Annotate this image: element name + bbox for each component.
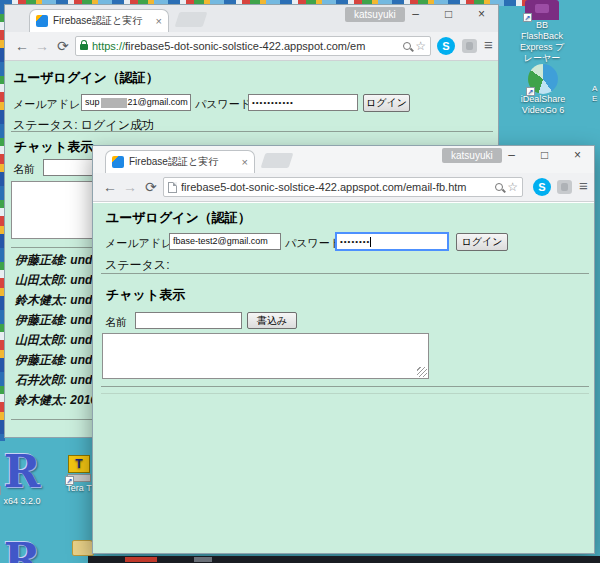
tab-close-icon[interactable]: ×: [156, 16, 162, 26]
address-bar[interactable]: https://firebase5-dot-sonic-solstice-422…: [75, 36, 431, 56]
firebase-favicon-icon: [112, 156, 124, 168]
tab-title: Firebase認証と実行: [129, 155, 237, 169]
profile-badge[interactable]: katsuyuki: [345, 7, 405, 22]
back-icon[interactable]: ←: [15, 37, 29, 55]
extension-icon[interactable]: [557, 180, 572, 194]
name-label: 名前: [105, 315, 127, 330]
resize-grip[interactable]: [417, 367, 427, 377]
status-text: ステータス:: [105, 257, 169, 274]
bookmark-star-icon[interactable]: ☆: [415, 40, 426, 52]
shortcut-arrow-icon: ↗: [0, 486, 1, 495]
url-scheme: https://: [92, 40, 125, 52]
shortcut-arrow-icon: ↗: [523, 13, 532, 22]
password-label: パスワード: [195, 97, 251, 112]
reload-icon[interactable]: ⟳: [57, 37, 69, 55]
email-label: メールアドレス: [13, 97, 92, 112]
divider: [101, 393, 589, 394]
taskbar-fragment: [194, 557, 212, 562]
page-icon: [168, 182, 177, 193]
skype-icon[interactable]: S: [437, 37, 455, 55]
email-field[interactable]: sup21@gmail.com: [81, 94, 191, 111]
icon-label: VideoGo 6: [517, 105, 569, 116]
close-icon[interactable]: ×: [465, 5, 498, 25]
web-page: ユーザログイン（認証） メールアドレス fbase-test2@gmail.co…: [93, 203, 594, 553]
idealshare-icon: ↗: [528, 64, 558, 94]
login-button[interactable]: ログイン: [363, 94, 410, 112]
password-field[interactable]: ••••••••: [335, 232, 449, 251]
url-text: https://firebase5-dot-sonic-solstice-422…: [92, 40, 399, 52]
desktop-icon-idealshare[interactable]: ↗ iDealShare VideoGo 6: [517, 64, 569, 116]
redacted-text: [101, 98, 127, 108]
reload-icon[interactable]: ⟳: [145, 178, 157, 196]
email-field[interactable]: fbase-test2@gmail.com: [169, 233, 281, 250]
zoom-icon[interactable]: [403, 42, 411, 50]
maximize-icon[interactable]: □: [528, 146, 561, 166]
divider: [101, 386, 589, 387]
address-bar[interactable]: firebase5-dot-sonic-solstice-422.appspot…: [163, 177, 523, 197]
https-padlock-icon: [80, 44, 88, 50]
desktop-icon-bbflashback[interactable]: ↗ BB FlashBack Express プレーヤー: [517, 0, 567, 64]
forward-icon[interactable]: →: [35, 37, 49, 55]
minimize-icon[interactable]: –: [399, 5, 432, 25]
chat-heading: チャット表示: [14, 138, 93, 156]
maximize-icon[interactable]: □: [432, 5, 465, 25]
new-tab-button[interactable]: [261, 153, 294, 168]
profile-badge[interactable]: katsuyuki: [442, 148, 502, 163]
menu-icon[interactable]: ≡: [484, 36, 493, 53]
taskbar-sliver[interactable]: [88, 556, 600, 563]
title-bar: Firebase認証と実行 × katsuyuki – □ ×: [5, 5, 498, 32]
bbflashback-icon: ↗: [525, 0, 559, 20]
name-field[interactable]: [135, 312, 242, 329]
divider: [101, 273, 589, 274]
back-icon[interactable]: ←: [103, 178, 117, 196]
icon-label: Express プレーヤー: [517, 42, 567, 64]
new-tab-button[interactable]: [175, 12, 208, 27]
desktop-icon-teraterm[interactable]: T ↗ Tera T: [62, 455, 96, 494]
login-button[interactable]: ログイン: [456, 233, 508, 251]
desktop: ↗ BB FlashBack Express プレーヤー A E ↗ iDeal…: [0, 0, 600, 563]
minimize-icon[interactable]: –: [495, 146, 528, 166]
login-heading: ユーザログイン（認証）: [14, 69, 159, 87]
shortcut-arrow-icon: ↗: [65, 476, 74, 485]
r-logo-icon: R: [0, 538, 44, 563]
divider: [11, 131, 493, 132]
desktop-icon-r-partial[interactable]: R: [0, 538, 52, 563]
clipped-icon-label: E: [592, 94, 597, 103]
extension-icon[interactable]: [462, 39, 477, 53]
skype-icon[interactable]: S: [533, 178, 551, 196]
icon-label: x64 3.2.0: [0, 496, 52, 507]
shortcut-arrow-icon: ↗: [526, 87, 535, 96]
browser-tab[interactable]: Firebase認証と実行 ×: [29, 9, 169, 32]
forward-icon[interactable]: →: [123, 178, 137, 196]
login-heading: ユーザログイン（認証）: [106, 209, 251, 227]
url-text: firebase5-dot-sonic-solstice-422.appspot…: [181, 181, 491, 193]
folder-icon: [72, 540, 94, 556]
desktop-icon-r[interactable]: R ↗ x64 3.2.0: [0, 450, 52, 507]
url-host-path: firebase5-dot-sonic-solstice-422.appspot…: [125, 40, 365, 52]
menu-icon[interactable]: ≡: [579, 177, 588, 194]
icon-label: iDealShare: [517, 94, 569, 105]
foreground-browser-window: Firebase認証と実行 × katsuyuki – □ × ← → ⟳ fi…: [92, 145, 595, 554]
close-icon[interactable]: ×: [561, 146, 594, 166]
firebase-favicon-icon: [36, 15, 48, 27]
text-cursor: [370, 237, 371, 247]
icon-label: BB FlashBack: [517, 20, 567, 42]
teraterm-icon: T ↗: [67, 455, 91, 483]
tab-title: Firebase認証と実行: [53, 14, 151, 28]
bookmark-star-icon[interactable]: ☆: [507, 181, 518, 193]
taskbar-fragment: [125, 557, 157, 562]
browser-tab[interactable]: Firebase認証と実行 ×: [105, 150, 255, 173]
chat-heading: チャット表示: [106, 286, 185, 304]
tab-close-icon[interactable]: ×: [242, 157, 248, 167]
chat-textarea[interactable]: [102, 333, 429, 379]
r-logo-icon: R: [0, 450, 44, 496]
clipped-icon-label: A: [592, 84, 597, 93]
write-button[interactable]: 書込み: [247, 312, 297, 329]
browser-toolbar: ← → ⟳ https://firebase5-dot-sonic-solsti…: [5, 32, 498, 61]
password-field[interactable]: •••••••••••: [248, 94, 358, 111]
password-label: パスワード: [285, 236, 341, 251]
title-bar: Firebase認証と実行 × katsuyuki – □ ×: [93, 146, 594, 173]
window-controls: – □ ×: [399, 5, 498, 25]
window-controls: – □ ×: [495, 146, 594, 166]
zoom-icon[interactable]: [495, 183, 503, 191]
